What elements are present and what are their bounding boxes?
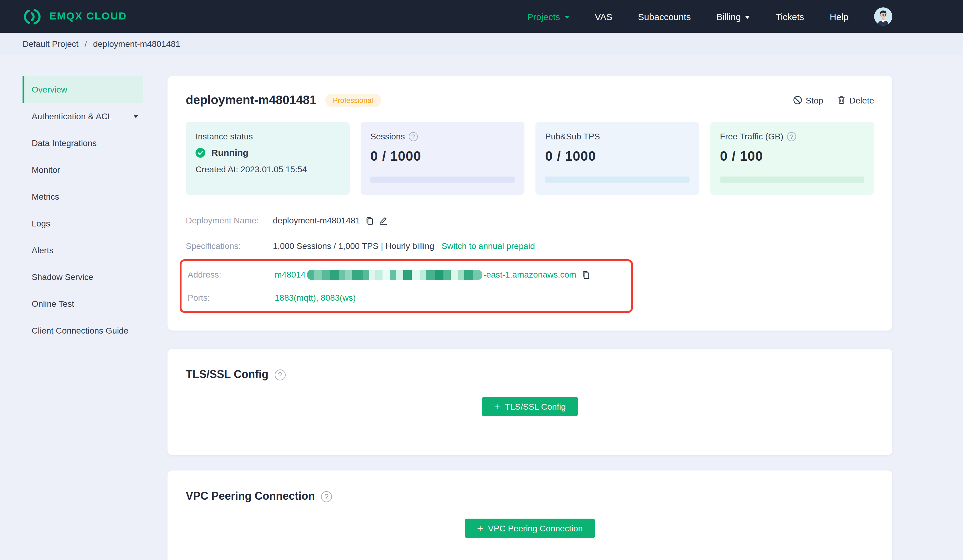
nav-item-label: Tickets [775, 11, 804, 22]
brand-logo[interactable]: EMQX CLOUD [23, 8, 127, 25]
breadcrumb-project[interactable]: Default Project [23, 39, 79, 49]
stop-button[interactable]: Stop [793, 95, 823, 105]
delete-button[interactable]: Delete [837, 95, 874, 105]
add-vpc-peering-connection-button[interactable]: + VPC Peering Connection [465, 519, 595, 538]
sidebar-item-label: Shadow Service [32, 272, 93, 282]
nav-item-label: Help [830, 11, 848, 22]
ports-value: 1883(mqtt), 8083(ws) [275, 293, 356, 303]
sidebar-item-label: Metrics [32, 192, 59, 201]
nav-item-help[interactable]: Help [830, 11, 848, 22]
sidebar-item-label: Overview [32, 84, 67, 94]
sidebar-item-logs[interactable]: Logs [23, 210, 143, 237]
add-vpc-peering-connection-label: VPC Peering Connection [488, 523, 583, 533]
trash-icon [837, 95, 846, 105]
sidebar-item-label: Online Test [32, 299, 74, 309]
help-icon[interactable]: ? [321, 491, 332, 502]
deployment-name-value: deployment-m4801481 [273, 215, 360, 225]
nav-item-billing[interactable]: Billing [716, 11, 750, 22]
main-content: deployment-m4801481 Professional Stop [167, 76, 892, 560]
redacted-address-mosaic [307, 269, 482, 280]
switch-annual-prepaid-link[interactable]: Switch to annual prepaid [442, 241, 535, 251]
sidebar-item-shadow-service[interactable]: Shadow Service [23, 264, 143, 290]
edit-icon[interactable] [379, 216, 388, 225]
instance-status-value-row: Running [196, 147, 340, 158]
deployment-name-row: Deployment Name: deployment-m4801481 [186, 214, 874, 227]
specifications-row: Specifications: 1,000 Sessions / 1,000 T… [186, 240, 874, 252]
sidebar-item-online-test[interactable]: Online Test [23, 290, 143, 317]
chevron-down-icon [745, 16, 750, 19]
address-suffix: -east-1.amazonaws.com [483, 270, 576, 279]
deployment-overview-card: deployment-m4801481 Professional Stop [167, 76, 892, 330]
annotation-highlight-box: Address: m48014 -east-1.amazonaws.com [180, 259, 633, 313]
tps-label-row: Pub&Sub TPS [545, 131, 689, 141]
breadcrumb-deployment: deployment-m4801481 [93, 39, 180, 49]
sidebar-item-monitor[interactable]: Monitor [23, 157, 143, 183]
copy-icon[interactable] [581, 270, 590, 279]
deployment-name-label: Deployment Name: [186, 215, 273, 225]
user-avatar[interactable] [874, 7, 892, 26]
emqx-cloud-app: EMQX CLOUD Projects VAS Subaccounts Bill… [0, 0, 963, 560]
deployment-title: deployment-m4801481 [186, 93, 316, 107]
sidebar-item-authentication-acl[interactable]: Authentication & ACL [23, 103, 143, 129]
specifications-value: 1,000 Sessions / 1,000 TPS | Hourly bill… [273, 241, 434, 251]
sidebar: Overview Authentication & ACL Data Integ… [23, 76, 143, 344]
address-label: Address: [188, 270, 275, 279]
nav-item-subaccounts[interactable]: Subaccounts [638, 11, 691, 22]
address-row: Address: m48014 -east-1.amazonaws.com [188, 269, 631, 281]
top-navbar: EMQX CLOUD Projects VAS Subaccounts Bill… [0, 0, 963, 33]
tls-ssl-body: + TLS/SSL Config [186, 397, 874, 416]
nav-item-label: VAS [595, 11, 613, 22]
sessions-progress-bar [370, 176, 515, 183]
sessions-label-row: Sessions ? [370, 131, 515, 141]
stop-icon [793, 95, 802, 105]
plus-icon: + [477, 523, 483, 534]
help-icon[interactable]: ? [409, 132, 418, 141]
tps-progress-bar [545, 176, 689, 183]
add-tls-ssl-config-button[interactable]: + TLS/SSL Config [482, 397, 578, 416]
sidebar-item-client-connections-guide[interactable]: Client Connections Guide [23, 317, 143, 344]
chevron-down-icon [133, 115, 138, 118]
stats-row: Instance status Running Created At: 2023… [186, 122, 874, 195]
tls-ssl-config-card: TLS/SSL Config ? + TLS/SSL Config [167, 349, 892, 455]
traffic-label-row: Free Traffic (GB) ? [720, 131, 864, 141]
stop-label: Stop [806, 95, 823, 105]
chevron-down-icon [564, 16, 569, 19]
help-icon[interactable]: ? [787, 132, 796, 141]
nav-item-label: Billing [716, 11, 741, 22]
add-tls-ssl-config-label: TLS/SSL Config [505, 402, 566, 411]
help-icon[interactable]: ? [274, 369, 285, 380]
breadcrumb: Default Project / deployment-m4801481 [0, 33, 963, 55]
sidebar-item-overview[interactable]: Overview [23, 76, 143, 103]
traffic-label: Free Traffic (GB) [720, 131, 783, 141]
instance-status-card: Instance status Running Created At: 2023… [186, 122, 350, 195]
plan-badge: Professional [325, 94, 381, 107]
deployment-actions: Stop Delete [793, 95, 874, 105]
sidebar-item-data-integrations[interactable]: Data Integrations [23, 129, 143, 157]
deployment-header: deployment-m4801481 Professional Stop [186, 93, 874, 107]
avatar-person-icon [874, 7, 892, 26]
copy-icon[interactable] [365, 216, 374, 225]
vpc-peering-title: VPC Peering Connection [186, 490, 315, 503]
sessions-value: 0 / 1000 [370, 149, 515, 164]
nav-item-label: Projects [527, 11, 560, 22]
created-at-text: Created At: 2023.01.05 15:54 [196, 164, 340, 174]
breadcrumb-separator: / [85, 39, 87, 49]
nav-menu: Projects VAS Subaccounts Billing Tickets… [527, 7, 892, 26]
nav-item-projects[interactable]: Projects [527, 11, 569, 22]
sidebar-item-label: Logs [32, 218, 50, 228]
ports-row: Ports: 1883(mqtt), 8083(ws) [188, 291, 631, 304]
check-circle-icon [196, 147, 205, 157]
pubsub-tps-card: Pub&Sub TPS 0 / 1000 [535, 122, 699, 195]
tls-ssl-header: TLS/SSL Config ? [186, 368, 874, 381]
instance-status-value: Running [211, 147, 248, 158]
nav-item-tickets[interactable]: Tickets [775, 11, 804, 22]
nav-item-vas[interactable]: VAS [595, 11, 613, 22]
free-traffic-card: Free Traffic (GB) ? 0 / 100 [710, 122, 874, 195]
sidebar-item-label: Client Connections Guide [32, 326, 128, 335]
traffic-value: 0 / 100 [720, 149, 864, 164]
sidebar-item-alerts[interactable]: Alerts [23, 237, 143, 264]
emqx-logo-icon [23, 8, 43, 25]
sidebar-item-metrics[interactable]: Metrics [23, 183, 143, 210]
address-value: m48014 -east-1.amazonaws.com [275, 269, 576, 280]
tls-ssl-title: TLS/SSL Config [186, 368, 268, 381]
